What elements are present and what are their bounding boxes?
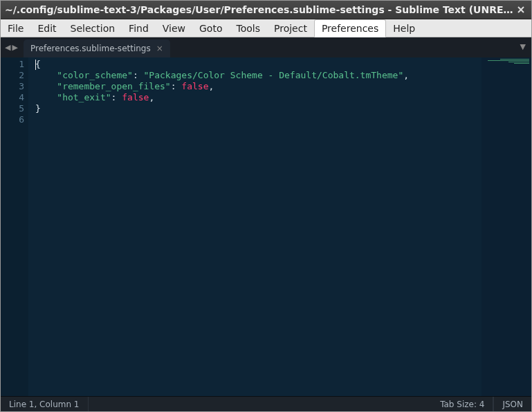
triangle-down-icon[interactable]: ▼ [520,42,526,51]
menu-help[interactable]: Help [386,19,422,37]
menu-goto[interactable]: Goto [192,19,229,37]
menu-file[interactable]: File [1,19,30,37]
line-number: 3 [1,81,24,92]
code-view[interactable]: { "color_scheme": "Packages/Color Scheme… [28,57,481,396]
menu-project[interactable]: Project [267,19,314,37]
status-cursor[interactable]: Line 1, Column 1 [1,397,89,411]
tabrow: ◀ ▶ Preferences.sublime-settings × ▼ [1,37,531,57]
code-line: } [35,103,481,114]
code-line: { [35,59,481,70]
menu-tools[interactable]: Tools [229,19,267,37]
statusbar: Line 1, Column 1 Tab Size: 4 JSON [1,396,531,411]
close-icon[interactable] [515,3,527,16]
line-number: 4 [1,92,24,103]
menu-preferences[interactable]: Preferences [314,19,386,37]
line-number: 2 [1,70,24,81]
status-tabsize[interactable]: Tab Size: 4 [432,397,493,411]
tab-preferences[interactable]: Preferences.sublime-settings × [24,39,170,57]
menu-view[interactable]: View [156,19,192,37]
menu-selection[interactable]: Selection [64,19,122,37]
titlebar[interactable]: ~/.config/sublime-text-3/Packages/User/P… [1,1,531,19]
close-icon[interactable]: × [156,44,163,53]
line-number: 5 [1,103,24,114]
code-line [35,114,481,125]
triangle-left-icon[interactable]: ◀ [5,43,10,52]
status-syntax[interactable]: JSON [493,397,531,411]
triangle-right-icon[interactable]: ▶ [12,43,17,52]
minimap[interactable] [481,57,531,396]
gutter: 123456 [1,57,28,396]
code-line: "color_scheme": "Packages/Color Scheme -… [35,70,481,81]
code-line: "hot_exit": false, [35,92,481,103]
window-title: ~/.config/sublime-text-3/Packages/User/P… [5,4,515,15]
tab-label: Preferences.sublime-settings [30,44,151,53]
line-number: 1 [1,59,24,70]
window: ~/.config/sublime-text-3/Packages/User/P… [0,0,532,412]
line-number: 6 [1,114,24,125]
menu-edit[interactable]: Edit [30,19,63,37]
editor-area: 123456 { "color_scheme": "Packages/Color… [1,57,531,396]
code-line: "remember_open_files": false, [35,81,481,92]
menu-find[interactable]: Find [122,19,156,37]
tab-nav: ◀ ▶ [5,37,24,57]
menubar: FileEditSelectionFindViewGotoToolsProjec… [1,19,531,37]
